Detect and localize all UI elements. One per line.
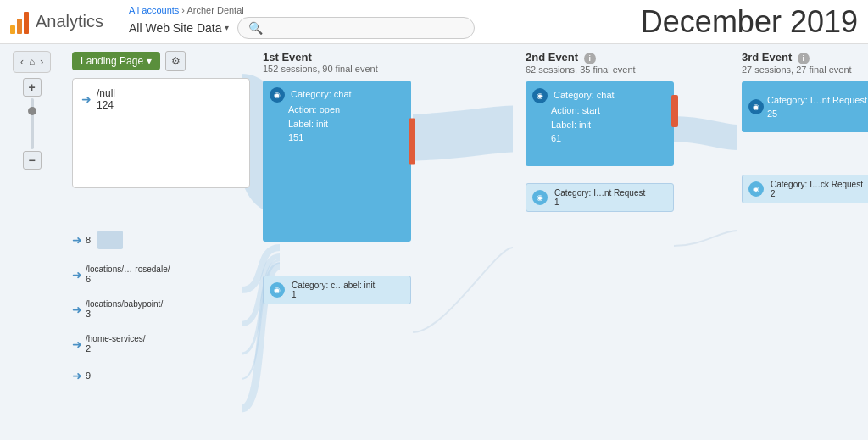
landing-box: ➜ /null 124 (72, 78, 250, 188)
event1-dropoff (409, 119, 415, 165)
flow-area: Landing Page ▾ ⚙ ➜ /null 124 ➜ (64, 44, 868, 440)
forward-button[interactable]: › (38, 54, 45, 70)
flow-arrow-icon: ➜ (72, 233, 82, 247)
event3-column: 3rd Event i 27 sessions, 27 final event … (742, 51, 868, 209)
landing-item-value: 8 (86, 235, 91, 245)
event3-count: 25 (767, 107, 867, 121)
landing-items-below: ➜ 8 ➜ /locations/…-rosedale/ 6 ➜ /locati… (72, 231, 250, 398)
zoom-in-button[interactable]: + (23, 78, 42, 97)
event3-main-block[interactable]: ◉ Category: I…nt Request 25 (742, 81, 868, 132)
logo-bar-3 (24, 12, 29, 34)
list-item: ➜ /home-services/ 2 (72, 334, 250, 354)
property-selector-label: All Web Site Data (129, 21, 221, 35)
event1-small-block[interactable]: ◉ Category: c…abel: init 1 (263, 276, 411, 304)
search-icon: 🔍 (248, 21, 263, 35)
flow-arrow-icon: ➜ (72, 268, 82, 281)
home-button[interactable]: ⌂ (27, 54, 36, 70)
landing-item-bar (97, 231, 123, 249)
info-icon[interactable]: i (584, 53, 596, 64)
event1-title: 1st Event (263, 51, 411, 64)
event1-subtitle: 152 sessions, 90 final event (263, 64, 411, 74)
event2-category: Category: chat (554, 90, 615, 100)
event1-small-text: Category: c…abel: init (292, 281, 375, 290)
analytics-logo (10, 10, 29, 34)
event2-column: 2nd Event i 62 sessions, 35 final event … (526, 51, 674, 217)
event-icon: ◉ (270, 87, 285, 103)
event3-small-count: 2 (771, 189, 863, 198)
event1-small-count: 1 (292, 290, 375, 299)
event2-label: Label: init (532, 120, 591, 130)
event1-action: Action: open (270, 104, 340, 114)
event-icon: ◉ (532, 190, 548, 205)
chevron-down-icon: ▾ (225, 23, 229, 32)
chevron-down-icon: ▾ (147, 55, 152, 67)
event2-title: 2nd Event i (526, 51, 674, 64)
event1-count: 151 (270, 132, 303, 142)
event-icon: ◉ (748, 99, 764, 114)
landing-page-label: Landing Page (81, 55, 143, 67)
landing-value: 124 (97, 99, 115, 111)
landing-item-value: 2 (86, 343, 146, 354)
event2-count: 61 (532, 133, 561, 143)
landing-column: Landing Page ▾ ⚙ ➜ /null 124 (72, 51, 250, 188)
flow-arrow-icon: ➜ (81, 92, 92, 106)
event-icon: ◉ (748, 181, 764, 197)
event3-category: Category: I…nt Request (767, 93, 867, 108)
event2-small-text: Category: I…nt Request (554, 188, 645, 198)
zoom-thumb (28, 107, 36, 115)
flow-arrow-icon: ➜ (72, 337, 82, 351)
month-title: December 2019 (641, 4, 858, 40)
landing-item-value: 3 (86, 309, 163, 319)
list-item: ➜ /locations/babypoint/ 3 (72, 299, 250, 319)
back-button[interactable]: ‹ (19, 54, 25, 70)
event-icon: ◉ (270, 282, 285, 298)
zoom-track (31, 98, 34, 149)
event3-title: 3rd Event i (742, 51, 868, 64)
event1-label: Label: init (270, 119, 328, 129)
event2-action: Action: start (532, 105, 600, 115)
event2-header: 2nd Event i 62 sessions, 35 final event (526, 51, 674, 75)
event1-column: 1st Event 152 sessions, 90 final event ◉… (263, 51, 411, 309)
breadcrumb-search-area: All accounts › Archer Dental All Web Sit… (129, 5, 624, 39)
event1-main-block[interactable]: ◉ Category: chat Action: open Label: ini… (263, 81, 411, 242)
breadcrumb-all-accounts[interactable]: All accounts (129, 5, 179, 15)
landing-item-label: /locations/…-rosedale/ (86, 265, 170, 274)
landing-item-label: /locations/babypoint/ (86, 299, 163, 309)
flow-arrow-icon: ➜ (72, 303, 82, 316)
search-input[interactable] (268, 21, 464, 34)
breadcrumb: All accounts › Archer Dental (129, 5, 624, 15)
logo-bar-2 (17, 19, 22, 34)
event3-subtitle: 27 sessions, 27 final event (742, 64, 868, 75)
landing-item-null: ➜ /null 124 (81, 87, 241, 111)
nav-controls: ‹ ⌂ › (13, 51, 51, 73)
landing-item-value: 9 (86, 370, 91, 381)
event2-dropoff (671, 95, 678, 127)
zoom-controls: + − (23, 78, 42, 170)
landing-path: /null (97, 87, 115, 99)
event2-small-count: 1 (554, 198, 645, 207)
main-content: ‹ ⌂ › + − (0, 44, 868, 440)
property-selector[interactable]: All Web Site Data ▾ (129, 21, 229, 35)
info-icon[interactable]: i (798, 53, 810, 64)
landing-settings-button[interactable]: ⚙ (165, 51, 186, 71)
list-item: ➜ /locations/…-rosedale/ 6 (72, 265, 250, 284)
flow-arrow-icon: ➜ (72, 369, 82, 382)
logo-area: Analytics (10, 10, 129, 34)
landing-item-value: 6 (86, 274, 170, 284)
left-panel: ‹ ⌂ › + − (0, 44, 64, 440)
landing-page-button[interactable]: Landing Page ▾ (72, 52, 160, 70)
event3-small-block[interactable]: ◉ Category: I…ck Request 2 (742, 175, 868, 203)
breadcrumb-property: Archer Dental (186, 5, 243, 15)
event1-header: 1st Event 152 sessions, 90 final event (263, 51, 411, 74)
app-title: Analytics (36, 12, 103, 31)
event2-subtitle: 62 sessions, 35 final event (526, 64, 674, 75)
event2-small-block[interactable]: ◉ Category: I…nt Request 1 (526, 183, 674, 212)
zoom-out-button[interactable]: − (23, 151, 42, 170)
event3-header: 3rd Event i 27 sessions, 27 final event (742, 51, 868, 75)
logo-bar-1 (10, 25, 15, 34)
search-bar[interactable]: 🔍 (237, 17, 475, 39)
list-item: ➜ 9 (72, 369, 250, 382)
event2-main-block[interactable]: ◉ Category: chat Action: start Label: in… (526, 81, 674, 166)
event1-category: Category: chat (291, 89, 352, 99)
event3-small-text: Category: I…ck Request (771, 180, 863, 189)
